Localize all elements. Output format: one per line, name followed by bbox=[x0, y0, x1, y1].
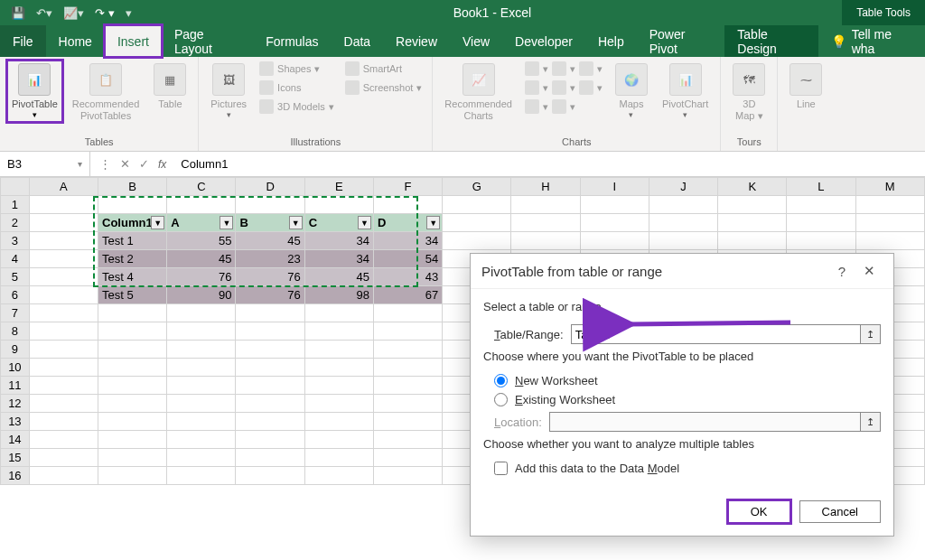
chart-type-1[interactable]: ▾ ▾ ▾ bbox=[522, 61, 605, 77]
cell-F14[interactable] bbox=[373, 431, 442, 449]
cell-A15[interactable] bbox=[29, 449, 98, 467]
screenshot-button[interactable]: Screenshot ▾ bbox=[342, 79, 425, 96]
cell-C5[interactable]: 76 bbox=[167, 268, 236, 286]
cell-A14[interactable] bbox=[29, 431, 98, 449]
cell-B8[interactable] bbox=[98, 322, 167, 341]
col-head-K[interactable]: K bbox=[718, 178, 787, 196]
cell-J1[interactable] bbox=[649, 196, 717, 214]
cell-C6[interactable]: 90 bbox=[167, 286, 236, 304]
tab-power-pivot[interactable]: Power Pivot bbox=[637, 25, 725, 57]
cell-G1[interactable] bbox=[443, 196, 511, 214]
cell-E8[interactable] bbox=[304, 322, 373, 341]
cell-C4[interactable]: 45 bbox=[167, 250, 236, 268]
cell-B15[interactable] bbox=[98, 449, 167, 467]
col-head-G[interactable]: G bbox=[443, 178, 511, 196]
ok-button[interactable]: OK bbox=[728, 500, 790, 523]
cell-A8[interactable] bbox=[29, 322, 98, 341]
cell-D10[interactable] bbox=[236, 359, 304, 377]
range-picker-button[interactable]: ↥ bbox=[861, 324, 881, 344]
cell-A5[interactable] bbox=[29, 268, 98, 286]
3d-map-button[interactable]: 🗺 3DMap ▾ bbox=[728, 61, 770, 124]
cell-J2[interactable] bbox=[649, 214, 717, 232]
cell-K1[interactable] bbox=[718, 196, 787, 214]
row-head-10[interactable]: 10 bbox=[1, 359, 30, 377]
cell-C8[interactable] bbox=[167, 322, 236, 341]
cell-D7[interactable] bbox=[236, 304, 304, 322]
cell-C11[interactable] bbox=[167, 377, 236, 395]
cell-D9[interactable] bbox=[236, 341, 304, 359]
cell-A7[interactable] bbox=[29, 304, 98, 322]
cell-B13[interactable] bbox=[98, 413, 167, 431]
shapes-button[interactable]: Shapes ▾ bbox=[257, 61, 337, 77]
row-head-16[interactable]: 16 bbox=[1, 467, 30, 485]
line-sparkline-button[interactable]: ⁓ Line bbox=[785, 61, 827, 113]
cell-E1[interactable] bbox=[304, 196, 373, 214]
col-head-C[interactable]: C bbox=[167, 178, 236, 196]
cell-F12[interactable] bbox=[373, 395, 442, 413]
col-head-D[interactable]: D bbox=[236, 178, 304, 196]
col-head-M[interactable]: M bbox=[855, 178, 924, 196]
cell-D6[interactable]: 76 bbox=[236, 286, 304, 304]
cell-G3[interactable] bbox=[443, 232, 511, 250]
cell-F3[interactable]: 34 bbox=[373, 232, 442, 250]
cell-A9[interactable] bbox=[29, 341, 98, 359]
undo-icon[interactable]: ↶▾ bbox=[36, 6, 52, 20]
col-head-J[interactable]: J bbox=[649, 178, 717, 196]
cell-D5[interactable]: 76 bbox=[236, 268, 304, 286]
row-head-4[interactable]: 4 bbox=[1, 250, 30, 268]
tab-home[interactable]: Home bbox=[46, 25, 105, 57]
recommended-charts-button[interactable]: 📈 RecommendedCharts bbox=[440, 61, 517, 124]
cell-F5[interactable]: 43 bbox=[373, 268, 442, 286]
row-head-2[interactable]: 2 bbox=[1, 214, 30, 232]
cell-D8[interactable] bbox=[236, 322, 304, 341]
row-head-6[interactable]: 6 bbox=[1, 286, 30, 304]
cell-E4[interactable]: 34 bbox=[304, 250, 373, 268]
cell-B7[interactable] bbox=[98, 304, 167, 322]
cell-D13[interactable] bbox=[236, 413, 304, 431]
filter-dropdown-icon[interactable]: ▼ bbox=[151, 216, 164, 229]
cell-I2[interactable] bbox=[580, 214, 649, 232]
cell-A16[interactable] bbox=[29, 467, 98, 485]
tab-table-design[interactable]: Table Design bbox=[724, 25, 818, 57]
cell-D11[interactable] bbox=[236, 377, 304, 395]
row-head-12[interactable]: 12 bbox=[1, 395, 30, 413]
row-head-14[interactable]: 14 bbox=[1, 431, 30, 449]
chart-icon[interactable]: 📈▾ bbox=[63, 6, 84, 20]
pivotchart-button[interactable]: 📊 PivotChart ▾ bbox=[658, 61, 713, 122]
cell-C3[interactable]: 55 bbox=[167, 232, 236, 250]
col-head-A[interactable]: A bbox=[29, 178, 98, 196]
cell-C9[interactable] bbox=[167, 341, 236, 359]
cell-B4[interactable]: Test 2 bbox=[98, 250, 167, 268]
tab-view[interactable]: View bbox=[450, 25, 502, 57]
cell-B3[interactable]: Test 1 bbox=[98, 232, 167, 250]
row-head-5[interactable]: 5 bbox=[1, 268, 30, 286]
recommended-pivottables-button[interactable]: 📋 RecommendedPivotTables bbox=[68, 61, 145, 124]
maps-button[interactable]: 🌍 Maps ▾ bbox=[611, 61, 652, 122]
cell-D14[interactable] bbox=[236, 431, 304, 449]
dialog-close-button[interactable]: ✕ bbox=[855, 263, 883, 279]
table-range-input[interactable] bbox=[571, 324, 861, 344]
cell-M1[interactable] bbox=[855, 196, 924, 214]
cell-E7[interactable] bbox=[304, 304, 373, 322]
cell-L2[interactable] bbox=[787, 214, 855, 232]
cell-C16[interactable] bbox=[167, 467, 236, 485]
tab-help[interactable]: Help bbox=[585, 25, 637, 57]
pictures-button[interactable]: 🖼 Pictures ▾ bbox=[206, 61, 251, 122]
cell-C12[interactable] bbox=[167, 395, 236, 413]
tab-developer[interactable]: Developer bbox=[502, 25, 585, 57]
icons-button[interactable]: Icons bbox=[257, 79, 337, 96]
cancel-formula-icon[interactable]: ✕ bbox=[120, 157, 130, 171]
cell-F13[interactable] bbox=[373, 413, 442, 431]
row-head-13[interactable]: 13 bbox=[1, 413, 30, 431]
cell-A11[interactable] bbox=[29, 377, 98, 395]
fx-label[interactable]: fx bbox=[158, 158, 173, 171]
cell-B2[interactable]: Column1▼ bbox=[98, 214, 167, 232]
cell-B16[interactable] bbox=[98, 467, 167, 485]
cell-B10[interactable] bbox=[98, 359, 167, 377]
tell-me[interactable]: 💡 Tell me wha bbox=[818, 25, 925, 57]
cell-B6[interactable]: Test 5 bbox=[98, 286, 167, 304]
cell-A10[interactable] bbox=[29, 359, 98, 377]
cell-E5[interactable]: 45 bbox=[304, 268, 373, 286]
cell-A6[interactable] bbox=[29, 286, 98, 304]
cell-A12[interactable] bbox=[29, 395, 98, 413]
